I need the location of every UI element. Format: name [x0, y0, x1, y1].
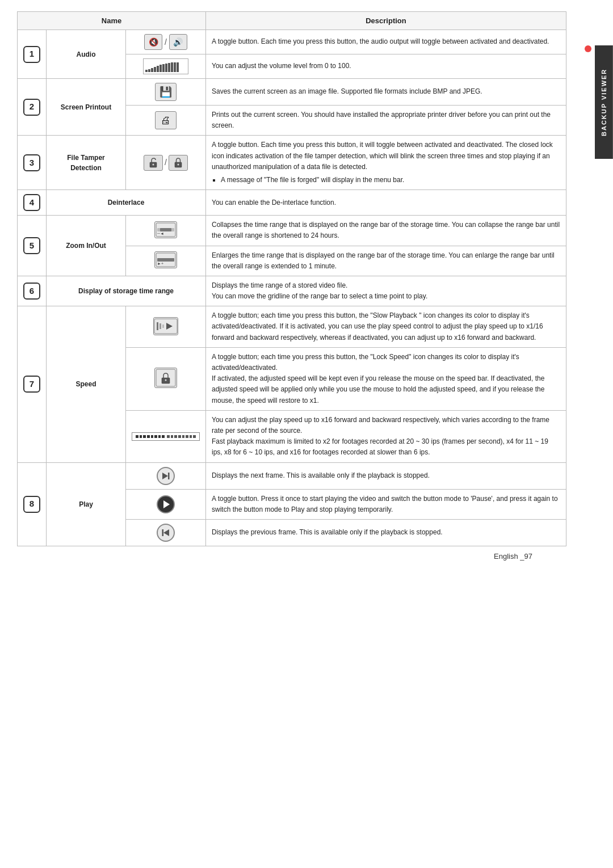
tamper-note: A message of "The file is forged" will d…	[221, 175, 560, 186]
play-desc: A toggle button. Press it once to start …	[206, 489, 566, 519]
row-name-8: Play	[47, 462, 126, 546]
desc-header: Description	[206, 12, 566, 30]
num-box-8: 8	[23, 496, 40, 513]
speed-slider[interactable]	[132, 432, 200, 441]
row-name-4: Deinterlace	[47, 190, 206, 216]
row-name-5: Zoom In/Out	[47, 216, 126, 276]
prev-frame-icon	[126, 519, 206, 546]
icon-pair: 🔇 / 🔊	[132, 34, 200, 50]
play-icon	[126, 489, 206, 519]
audio-on-btn[interactable]: 🔊	[169, 34, 187, 50]
next-frame-svg	[159, 470, 172, 482]
table-row: 3 File TamperDetection	[18, 136, 566, 190]
table-row: 6 Display of storage time range Displays…	[18, 276, 566, 306]
next-frame-icon	[126, 462, 206, 489]
print-icon: 🖨	[126, 106, 206, 136]
num-box-6: 6	[23, 283, 40, 300]
speed-dot	[143, 435, 146, 438]
audio-toggle-desc: A toggle button. Each time you press thi…	[206, 30, 566, 54]
prev-frame-btn[interactable]	[157, 524, 175, 542]
next-frame-desc: Displays the next frame. This is availab…	[206, 462, 566, 489]
table-row: 1 Audio 🔇 / 🔊 A toggle button. Each time…	[18, 30, 566, 54]
zoom-in-svg: ►+	[156, 252, 176, 267]
num-box-2: 2	[23, 99, 40, 116]
zoom-in-desc: Enlarges the time range that is displaye…	[206, 246, 566, 276]
print-btn[interactable]: 🖨	[155, 111, 177, 129]
num-box-3: 3	[23, 154, 40, 171]
row-name-7: Speed	[47, 306, 126, 462]
table-row: 2 Screen Printout 💾 Saves the current sc…	[18, 79, 566, 106]
speed-lock-btn[interactable]	[154, 368, 177, 388]
name-header: Name	[18, 12, 206, 30]
speed-dot	[136, 435, 138, 438]
speed-dot-right	[178, 435, 181, 438]
zoom-in-btn[interactable]: ►+	[154, 251, 177, 268]
speed-dot	[140, 435, 142, 438]
svg-rect-13	[157, 322, 158, 330]
slash: /	[165, 36, 167, 48]
reference-table: Name Description 1 Audio 🔇 / 🔊	[17, 11, 566, 546]
num-box-4: 4	[23, 194, 40, 211]
svg-marker-20	[162, 473, 168, 479]
slash: /	[165, 157, 167, 168]
slow-play-btn[interactable]	[153, 317, 178, 335]
row-num-6: 6	[18, 276, 47, 306]
num-box-7: 7	[23, 376, 40, 393]
speed-dot-right	[186, 435, 188, 438]
row-num-8: 8	[18, 462, 47, 546]
page-number: English _97	[494, 552, 532, 561]
lock-icon-pair: /	[132, 155, 200, 171]
lock-open-btn[interactable]	[144, 155, 163, 171]
slow-play-svg	[154, 318, 178, 334]
zoom-out-btn[interactable]: ─◄	[154, 221, 177, 238]
zoom-out-svg: ─◄	[156, 222, 176, 237]
speed-dot	[154, 435, 157, 438]
speed-dot-right	[174, 435, 177, 438]
deinterlace-desc: You can enable the De-interlace function…	[206, 190, 566, 216]
speed-lock-desc: A toggle button; each time you press thi…	[206, 347, 566, 410]
svg-marker-22	[163, 500, 170, 508]
row-name-1: Audio	[47, 30, 126, 79]
speed-dot	[151, 435, 154, 438]
table-row: 7 Speed	[18, 306, 566, 348]
zoom-in-icon: ►+	[126, 246, 206, 276]
num-box-5: 5	[23, 237, 40, 254]
row-num-1: 1	[18, 30, 47, 79]
row-num-7: 7	[18, 306, 47, 462]
next-frame-btn[interactable]	[157, 467, 175, 485]
lock-closed-btn[interactable]	[169, 155, 188, 171]
speed-dot-right	[167, 435, 170, 438]
save-image-btn[interactable]: 💾	[155, 83, 177, 101]
table-row: 5 Zoom In/Out ─◄	[18, 216, 566, 246]
row-num-5: 5	[18, 216, 47, 276]
table-row: 8 Play Displays the next frame. This is …	[18, 462, 566, 489]
row-name-3: File TamperDetection	[47, 136, 126, 190]
svg-rect-24	[162, 529, 164, 536]
speed-dot	[158, 435, 161, 438]
row-num-2: 2	[18, 79, 47, 136]
play-btn[interactable]	[157, 495, 175, 513]
svg-rect-21	[168, 473, 170, 479]
svg-rect-15	[162, 325, 164, 328]
speed-dot-right	[190, 435, 192, 438]
speed-dot	[147, 435, 150, 438]
prev-frame-desc: Displays the previous frame. This is ava…	[206, 519, 566, 546]
speed-slider-icon	[126, 410, 206, 462]
svg-point-19	[165, 380, 167, 381]
save-screen-desc: Saves the current screen as an image fil…	[206, 79, 566, 106]
row-num-4: 4	[18, 190, 47, 216]
page-footer: English _97	[17, 546, 566, 566]
audio-off-btn[interactable]: 🔇	[144, 34, 162, 50]
audio-toggle-icon: 🔇 / 🔊	[126, 30, 206, 54]
svg-text:►+: ►+	[157, 262, 163, 266]
speed-lock-svg	[156, 369, 176, 387]
table-row: 4 Deinterlace You can enable the De-inte…	[18, 190, 566, 216]
volume-bar[interactable]	[143, 58, 188, 74]
speed-lock-icon	[126, 347, 206, 410]
zoom-out-icon: ─◄	[126, 216, 206, 246]
speed-dot	[162, 435, 165, 438]
prev-frame-svg	[159, 526, 172, 539]
volume-desc: You can adjust the volume level from 0 t…	[206, 54, 566, 79]
zoom-out-desc: Collapses the time range that is display…	[206, 216, 566, 246]
lock-open-svg	[149, 158, 157, 168]
